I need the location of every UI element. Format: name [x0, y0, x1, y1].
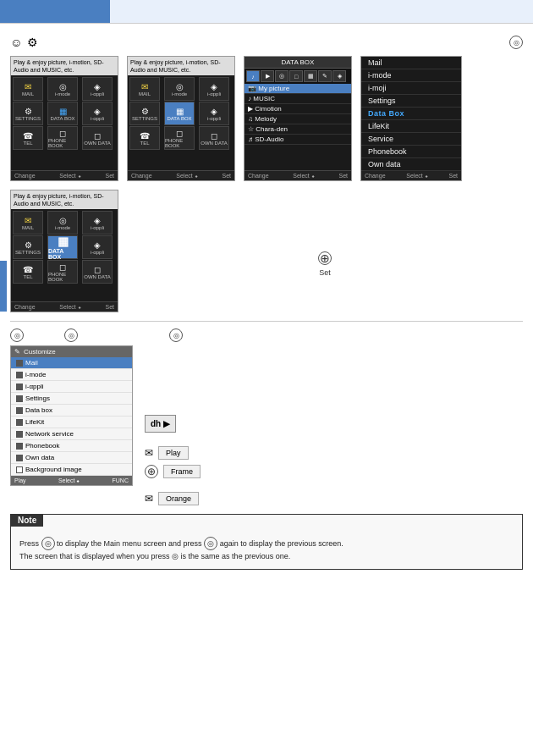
- menu-imode: i-mode: [361, 69, 461, 82]
- bottom-change-5: Change: [14, 304, 36, 310]
- dh-icon: dh ▶: [145, 415, 176, 433]
- icon-owndata-2: ◻OWN DATA: [199, 126, 229, 150]
- customize-section: ✎ Customize Mail i-mode i-αppli Settings: [10, 345, 523, 505]
- menu-phonebook: Phonebook: [361, 146, 461, 158]
- customize-item-lifekit: LifeKit: [11, 417, 132, 428]
- customize-header: ✎ Customize: [11, 346, 132, 357]
- icon-tel-5: ☎TEL: [13, 260, 43, 284]
- icon-owndata: ◻OWN DATA: [82, 126, 113, 150]
- side-accent: [0, 261, 7, 312]
- bottom-set-2: Set: [222, 173, 231, 179]
- circle-nav-top: ◎: [509, 36, 523, 49]
- icon-iappli-5: ◈i-αppli: [82, 211, 113, 235]
- play-button[interactable]: Play: [158, 446, 189, 460]
- screen-desc-2: Play & enjoy picture, i-motion, SD-Audio…: [128, 57, 234, 75]
- icon-mail: ✉MAIL: [13, 77, 43, 101]
- phone-screen-2: Play & enjoy picture, i-motion, SD-Audio…: [127, 56, 235, 181]
- nav-circle-icon: ◎: [509, 36, 523, 49]
- icon-tel: ☎TEL: [13, 126, 43, 150]
- icon-grid-1: ✉MAIL ◎i-mode ◈i-αppli ⚙SETTINGS ▦DATA B…: [11, 75, 118, 152]
- cb-mail: [16, 360, 23, 367]
- note-label: Note: [11, 514, 43, 527]
- icon-imode-5: ◎i-mode: [47, 211, 78, 235]
- databox-cimotion: ▶ Cimotion: [245, 104, 351, 114]
- dbox-icon-circle: ◎: [275, 70, 288, 82]
- dbox-icon-sq: □: [289, 70, 303, 82]
- note-line1-pre: Press: [19, 539, 41, 548]
- cb-bgimage: [16, 466, 23, 473]
- mid-annotation: ⊕ Set: [127, 190, 523, 312]
- ci-iappli-label: i-αppli: [25, 383, 44, 390]
- icon-iappli: ◈i-αppli: [82, 77, 113, 101]
- customize-item-iappli: i-αppli: [11, 381, 132, 393]
- customize-icon: ✎: [14, 348, 20, 356]
- icon-settings-2: ⚙SETTINGS: [129, 102, 160, 125]
- note-box: Note Press ◎ to display the Main menu sc…: [10, 514, 523, 570]
- icon-iappli-5b: ◈i-αppli: [82, 235, 113, 259]
- annotations-right: dh ▶ ✉ Play ⊕ Frame ✉ Orange: [145, 345, 523, 505]
- customize-item-databox: Data box: [11, 405, 132, 417]
- bottom-set: Set: [105, 173, 114, 179]
- databox-header: DATA BOX: [245, 57, 351, 69]
- menu-mail: Mail: [361, 57, 461, 69]
- customize-item-phonebook: Phonebook: [11, 440, 132, 452]
- frame-button[interactable]: Frame: [163, 465, 201, 478]
- header-right: [110, 0, 533, 23]
- nav-circle-customize2: ◎: [64, 328, 78, 342]
- menu-service: Service: [361, 133, 461, 146]
- cb-imode: [16, 372, 23, 378]
- bottom-select-3: Select ⬥: [293, 173, 314, 179]
- cb-netservice: [16, 431, 23, 438]
- mail-icon-orange: ✉: [145, 493, 153, 505]
- ci-phonebook-label: Phonebook: [25, 442, 59, 450]
- screen-desc-1: Play & enjoy picture, i-motion, SD-Audio…: [11, 57, 118, 75]
- rm-change: Change: [365, 173, 386, 179]
- cb-settings: [16, 395, 23, 402]
- ci-settings-label: Settings: [25, 395, 50, 402]
- screens-row-1: Play & enjoy picture, i-motion, SD-Audio…: [10, 56, 523, 181]
- phone-screen-3: DATA BOX ♪ ▶ ◎ □ ▦ ✎ ◈ 📷 My picture ♪ MU…: [244, 56, 352, 181]
- phone-screen-1: Play & enjoy picture, i-motion, SD-Audio…: [10, 56, 118, 181]
- menu-lifekit: LifeKit: [361, 120, 461, 133]
- customize-item-settings: Settings: [11, 393, 132, 405]
- icon-imode: ◎i-mode: [47, 77, 78, 101]
- customize-row-top: ◎ ◎ ◎: [10, 328, 523, 342]
- ci-netservice-label: Network service: [25, 430, 74, 438]
- icon-phonebook-5: ◻PHONE BOOK: [47, 260, 78, 284]
- ci-databox-label: Data box: [25, 406, 52, 414]
- cb-play: Play: [14, 477, 26, 483]
- dbox-icon-play: ▶: [261, 70, 274, 82]
- note-line1-mid: to display the Main menu screen and pres…: [57, 539, 204, 548]
- icon-iappli-3: ◈i-αppli: [199, 102, 229, 125]
- icon-mail-2: ✉MAIL: [129, 77, 160, 101]
- databox-music: ♪ MUSIC: [245, 94, 351, 104]
- customize-item-mail: Mail: [11, 357, 132, 369]
- bottom-change: Change: [14, 173, 36, 179]
- icon-databox: ▦DATA BOX: [47, 102, 78, 125]
- icon-iappli-2: ◈i-αppli: [199, 77, 229, 101]
- header-left: [0, 0, 110, 23]
- customize-bottom: Play Select ⬥ FUNC: [11, 476, 132, 485]
- orange-button[interactable]: Orange: [158, 492, 199, 505]
- circle-icon-anno: ⊕: [145, 465, 158, 478]
- rm-set: Set: [448, 173, 458, 179]
- nav-circle-mid: ⊕: [318, 251, 332, 265]
- gear-icon: ⚙: [27, 36, 38, 49]
- cb-databox: [16, 407, 23, 414]
- mail-icon-anno: ✉: [145, 447, 153, 459]
- bottom-select-5: Select ⬥: [59, 304, 80, 310]
- note-content: Press ◎ to display the Main menu screen …: [19, 537, 514, 562]
- note-circle-2: ◎: [204, 537, 217, 550]
- top-icons-row: ☺ ⚙ ◎: [10, 36, 523, 49]
- phone-screen-4: Mail i-mode i-moji Settings Data Box Lif…: [360, 56, 462, 181]
- customize-screen: ✎ Customize Mail i-mode i-αppli Settings: [10, 345, 133, 486]
- right-menu-bottom: Change Select ⬥ Set: [361, 171, 461, 180]
- cb-select: Select ⬥: [58, 477, 80, 483]
- icon-settings-5: ⚙SETTINGS: [13, 235, 43, 259]
- menu-settings: Settings: [361, 95, 461, 108]
- customize-item-owndata: Own data: [11, 452, 132, 464]
- icon-iappli2: ◈i-αppli: [82, 102, 113, 125]
- cb-owndata: [16, 455, 23, 461]
- annotation-play-row: ✉ Play: [145, 446, 523, 460]
- bottom-select-2: Select ⬥: [176, 173, 197, 179]
